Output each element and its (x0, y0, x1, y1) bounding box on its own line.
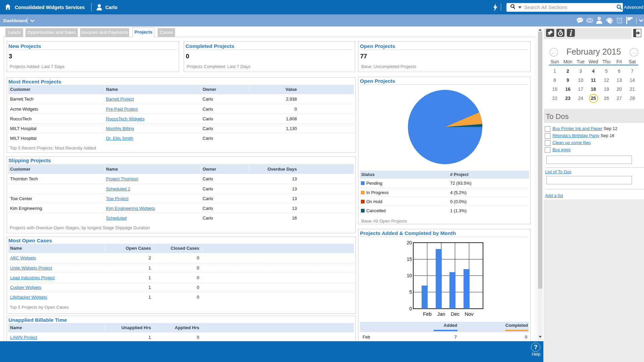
svg-text:Nov: Nov (465, 311, 474, 317)
svg-text:10: 10 (407, 273, 412, 278)
svg-text:Jan: Jan (437, 311, 445, 317)
svg-text:?: ? (598, 17, 600, 20)
svg-text:Feb: Feb (423, 311, 432, 317)
svg-text:15: 15 (407, 256, 412, 262)
svg-text:0: 0 (409, 306, 412, 311)
svg-text:Dec: Dec (451, 311, 460, 317)
svg-text:5: 5 (409, 289, 412, 295)
svg-text:20: 20 (407, 240, 412, 245)
